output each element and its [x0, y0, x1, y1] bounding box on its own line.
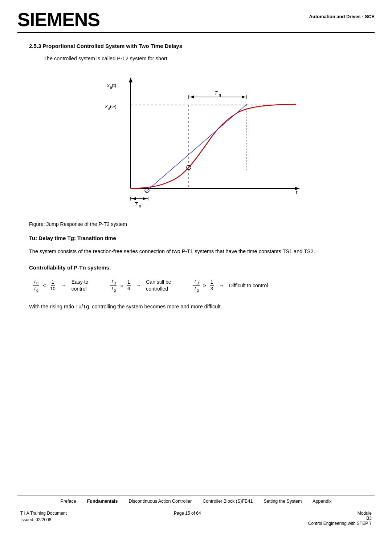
- svg-marker-2: [129, 77, 132, 82]
- svg-marker-21: [242, 96, 245, 98]
- intro-text: The controlled system is called P-T2 sys…: [44, 56, 363, 61]
- doc-name: T I A Training Document: [20, 511, 67, 516]
- label-can-still-be-controlled: Can still becontrolled: [146, 279, 171, 293]
- footer-nav-setting-system[interactable]: Setting the System: [264, 499, 302, 504]
- svg-text:t: t: [296, 190, 298, 195]
- svg-marker-13: [132, 197, 136, 200]
- svg-marker-20: [190, 96, 194, 98]
- svg-marker-14: [143, 197, 147, 200]
- body-text-1: The system consists of the reaction-free…: [29, 248, 363, 256]
- svg-line-7: [145, 104, 247, 192]
- pt2-graph: T u T g x a (t) x a (∞): [87, 72, 305, 210]
- footer-page-info: Page 15 of 64: [174, 511, 201, 516]
- module-label: Module: [308, 511, 372, 516]
- svg-text:(∞): (∞): [110, 104, 117, 109]
- fraction-1-10: 1 10: [49, 279, 56, 292]
- delay-title: Tu: Delay time Tg: Transition time: [29, 235, 363, 241]
- header-subtitle: Automation and Drives - SCE: [309, 10, 375, 19]
- footer-nav-fundamentals[interactable]: Fundamentals: [87, 499, 118, 504]
- issued-date: Issued: 02/2008: [20, 517, 67, 522]
- label-difficult-to-control: Difficult to control: [229, 282, 268, 289]
- svg-text:x: x: [107, 82, 110, 88]
- formula-block-1: Tu Tg < 1 10 → Easy tocontrol: [33, 279, 110, 293]
- svg-text:x: x: [105, 104, 108, 109]
- fraction-tu-tg-1: Tu Tg: [33, 279, 39, 292]
- footer-nav: Preface Fundamentals Discontinuous Actio…: [17, 496, 375, 507]
- page-container: SIEMENS Automation and Drives - SCE 2.5.…: [0, 0, 392, 555]
- footer-bottom: T I A Training Document Issued: 02/2008 …: [0, 507, 392, 526]
- formula-block-3: Tu Tg > 1 3 → Difficult to control: [193, 279, 290, 292]
- formula-block-2: Tu Tg ≈ 1 6 → Can still becontrolled: [110, 279, 193, 293]
- section-title: 2.5.3 Proportional Controlled System wit…: [29, 43, 363, 49]
- footer-nav-preface[interactable]: Preface: [61, 499, 76, 504]
- controllability-title: Controllability of P-Tn systems:: [29, 264, 363, 271]
- header: SIEMENS Automation and Drives - SCE: [0, 0, 392, 29]
- svg-text:T: T: [215, 90, 218, 96]
- module-number: B3: [308, 516, 372, 521]
- figure-caption: Figure: Jump Response of the P-T2 system: [29, 221, 363, 227]
- bottom-right-text: Control Engineering with STEP 7: [308, 521, 372, 526]
- svg-text:g: g: [219, 93, 221, 97]
- svg-text:(t): (t): [112, 82, 116, 88]
- fraction-1-6: 1 6: [127, 279, 131, 292]
- svg-text:T: T: [135, 201, 138, 207]
- fraction-tu-tg-2: Tu Tg: [110, 279, 117, 292]
- main-content: 2.5.3 Proportional Controlled System wit…: [0, 33, 392, 311]
- footer-nav-discontinuous[interactable]: Discontinuous Action Controller: [128, 499, 192, 504]
- footer-bottom-left: T I A Training Document Issued: 02/2008: [20, 511, 67, 522]
- formulas-row: Tu Tg < 1 10 → Easy tocontrol Tu Tg ≈: [33, 279, 363, 293]
- svg-text:u: u: [139, 204, 141, 208]
- footer-nav-controller-block[interactable]: Controller Block (S)FB41: [203, 499, 253, 504]
- siemens-logo: SIEMENS: [17, 10, 100, 29]
- graph-container: T u T g x a (t) x a (∞): [29, 72, 363, 210]
- label-easy-to-control: Easy tocontrol: [72, 279, 89, 293]
- footer-nav-appendix[interactable]: Appendix: [313, 499, 331, 504]
- footer-bottom-right: Module B3 Control Engineering with STEP …: [308, 511, 372, 526]
- final-text: With the rising ratio Tu/Tg, controlling…: [29, 303, 363, 311]
- fraction-1-3: 1 3: [210, 279, 214, 292]
- fraction-tu-tg-3: Tu Tg: [193, 279, 200, 292]
